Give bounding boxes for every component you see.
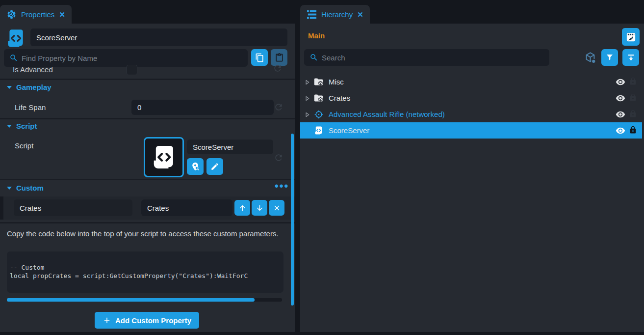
expand-spacer xyxy=(304,127,310,134)
folder-cube-icon xyxy=(313,93,324,103)
pencil-icon xyxy=(210,162,219,171)
gameplay-section-header[interactable]: Gameplay xyxy=(7,83,52,91)
custom-property-row xyxy=(0,196,295,220)
horizontal-scrollbar-thumb[interactable] xyxy=(7,298,255,302)
more-menu-icon[interactable]: ••• xyxy=(275,180,289,193)
tab-hierarchy[interactable]: Hierarchy ✕ xyxy=(300,5,370,24)
custom-property-value-input[interactable] xyxy=(141,199,232,216)
script-row-label: Script xyxy=(15,141,33,150)
life-span-label: Life Span xyxy=(15,103,46,112)
hierarchy-list-icon xyxy=(307,9,317,20)
script-asset-name-field[interactable] xyxy=(187,140,273,154)
reset-icon[interactable] xyxy=(274,153,283,165)
paste-clipboard-icon xyxy=(275,53,284,62)
code-line: -- Custom xyxy=(10,263,283,272)
collapse-triangle-icon xyxy=(7,187,12,190)
move-property-up-button[interactable] xyxy=(234,200,250,216)
property-search xyxy=(4,49,248,67)
edit-script-button[interactable] xyxy=(206,158,223,175)
script-section-title: Script xyxy=(16,122,37,130)
property-search-input[interactable] xyxy=(4,49,248,67)
collapse-triangle-icon xyxy=(7,125,12,128)
custom-help-text: Copy the code below into the top of your… xyxy=(7,229,280,239)
visibility-eye-icon[interactable] xyxy=(616,110,625,121)
properties-panel: Is Advanced Gameplay Life Span Script Sc… xyxy=(0,24,295,332)
visibility-eye-icon[interactable] xyxy=(616,126,625,138)
filter-button[interactable] xyxy=(601,49,618,66)
find-script-button[interactable] xyxy=(187,158,204,175)
is-advanced-label: Is Advanced xyxy=(13,65,53,74)
script-asset-thumbnail[interactable] xyxy=(144,137,184,177)
tab-hierarchy-label: Hierarchy xyxy=(321,10,353,19)
section-divider xyxy=(0,222,295,223)
visibility-eye-icon[interactable] xyxy=(616,93,625,105)
search-icon xyxy=(309,53,318,64)
properties-close-icon[interactable]: ✕ xyxy=(59,11,65,18)
copy-icon xyxy=(255,53,264,62)
reset-icon[interactable] xyxy=(273,65,283,75)
gameplay-section-title: Gameplay xyxy=(16,83,52,91)
arrow-down-icon xyxy=(256,204,264,212)
funnel-icon xyxy=(605,53,614,62)
scene-preview-button[interactable] xyxy=(622,28,640,46)
expand-triangle-icon[interactable] xyxy=(304,95,310,101)
hierarchy-search xyxy=(304,49,549,66)
copy-properties-button[interactable] xyxy=(251,49,268,66)
lock-icon[interactable] xyxy=(629,93,637,104)
tab-properties[interactable]: Properties ✕ xyxy=(0,5,72,24)
vertical-scrollbar-thumb[interactable] xyxy=(291,134,294,306)
row-edge xyxy=(0,196,3,220)
editor-window: Properties ✕ Is Adva xyxy=(0,0,644,335)
hierarchy-panel: Main xyxy=(300,24,644,332)
section-divider xyxy=(0,79,295,80)
expand-triangle-icon[interactable] xyxy=(304,79,310,85)
film-rocket-icon xyxy=(625,31,637,43)
tree-row-label: Misc xyxy=(329,78,344,86)
scene-name-label: Main xyxy=(308,31,325,40)
move-property-down-button[interactable] xyxy=(252,200,267,216)
plus-icon xyxy=(103,316,111,325)
weapon-crosshair-icon xyxy=(313,109,324,119)
hierarchy-search-input[interactable] xyxy=(304,49,549,66)
lock-icon[interactable] xyxy=(629,77,637,87)
scrolled-property-region: Is Advanced xyxy=(0,65,289,78)
section-divider xyxy=(0,179,295,180)
is-advanced-checkbox[interactable] xyxy=(127,65,137,75)
arrow-up-icon xyxy=(238,204,247,212)
tree-row-misc[interactable]: Misc xyxy=(300,74,644,90)
tree-row-label: Advanced Assault Rifle (networked) xyxy=(329,110,445,118)
paste-properties-button[interactable] xyxy=(271,49,287,66)
tree-row-crates[interactable]: Crates xyxy=(300,90,644,106)
folder-cube-icon xyxy=(313,77,324,87)
add-custom-property-button[interactable]: Add Custom Property xyxy=(95,312,199,329)
properties-gear-wrench-icon xyxy=(6,9,17,20)
collapse-triangle-icon xyxy=(7,86,12,89)
group-cube-icon[interactable] xyxy=(584,51,597,64)
script-type-icon xyxy=(5,28,26,51)
custom-section-header[interactable]: Custom xyxy=(7,184,44,192)
lock-icon[interactable] xyxy=(629,110,637,120)
horizontal-scrollbar-track[interactable] xyxy=(7,298,282,302)
reset-icon[interactable] xyxy=(274,102,283,114)
custom-section-title: Custom xyxy=(16,184,44,192)
object-name-input[interactable] xyxy=(30,28,287,46)
x-icon xyxy=(273,204,281,212)
tree-row-scoreserver[interactable]: ScoreServer xyxy=(300,122,642,139)
hierarchy-close-icon[interactable]: ✕ xyxy=(357,11,363,18)
expand-triangle-icon[interactable] xyxy=(304,111,310,117)
visibility-eye-icon[interactable] xyxy=(616,77,625,89)
locate-pin-search-icon xyxy=(190,162,200,171)
tab-properties-label: Properties xyxy=(21,10,54,19)
tree-row-label: Crates xyxy=(329,94,350,102)
tree-row-label: ScoreServer xyxy=(329,126,369,135)
script-section-header[interactable]: Script xyxy=(7,122,37,130)
custom-property-name-input[interactable] xyxy=(14,199,132,216)
lock-icon[interactable] xyxy=(629,126,637,136)
life-span-input[interactable] xyxy=(131,100,274,115)
collapse-all-button[interactable] xyxy=(622,49,639,66)
is-advanced-row: Is Advanced xyxy=(0,65,289,78)
section-divider xyxy=(0,118,295,119)
delete-property-button[interactable] xyxy=(269,200,284,216)
tree-row-advanced-assault-rifle[interactable]: Advanced Assault Rifle (networked) xyxy=(300,106,644,122)
search-icon xyxy=(9,54,18,64)
